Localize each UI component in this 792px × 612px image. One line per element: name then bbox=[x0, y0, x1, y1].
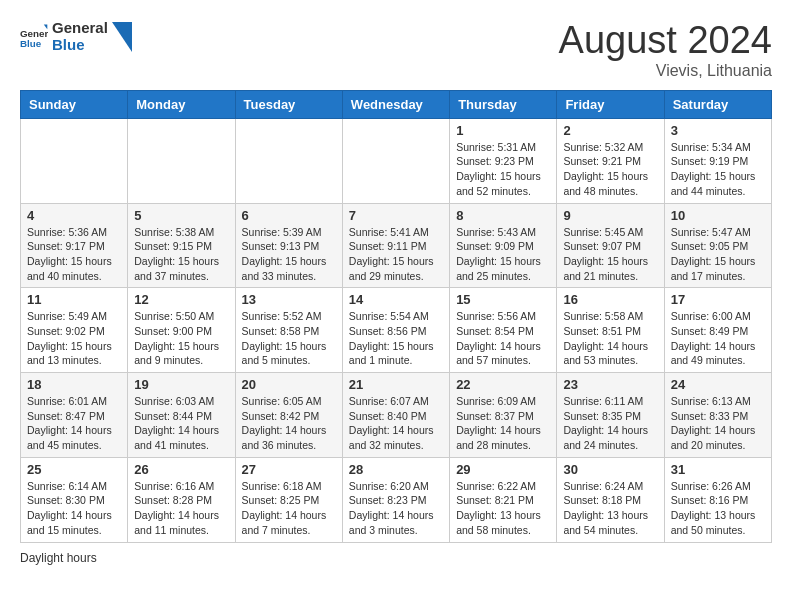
day-info: Sunrise: 5:34 AM Sunset: 9:19 PM Dayligh… bbox=[671, 140, 765, 199]
day-number: 19 bbox=[134, 377, 228, 392]
title-block: August 2024 Vievis, Lithuania bbox=[559, 20, 772, 80]
svg-marker-3 bbox=[112, 22, 132, 52]
day-info: Sunrise: 5:31 AM Sunset: 9:23 PM Dayligh… bbox=[456, 140, 550, 199]
day-number: 15 bbox=[456, 292, 550, 307]
day-info: Sunrise: 6:18 AM Sunset: 8:25 PM Dayligh… bbox=[242, 479, 336, 538]
logo-general-text: General bbox=[52, 20, 108, 37]
day-info: Sunrise: 6:00 AM Sunset: 8:49 PM Dayligh… bbox=[671, 309, 765, 368]
day-info: Sunrise: 5:38 AM Sunset: 9:15 PM Dayligh… bbox=[134, 225, 228, 284]
calendar-cell-2-0: 11Sunrise: 5:49 AM Sunset: 9:02 PM Dayli… bbox=[21, 288, 128, 373]
day-info: Sunrise: 5:58 AM Sunset: 8:51 PM Dayligh… bbox=[563, 309, 657, 368]
day-info: Sunrise: 5:50 AM Sunset: 9:00 PM Dayligh… bbox=[134, 309, 228, 368]
day-number: 27 bbox=[242, 462, 336, 477]
calendar-cell-4-2: 27Sunrise: 6:18 AM Sunset: 8:25 PM Dayli… bbox=[235, 457, 342, 542]
day-info: Sunrise: 6:26 AM Sunset: 8:16 PM Dayligh… bbox=[671, 479, 765, 538]
day-number: 25 bbox=[27, 462, 121, 477]
location-subtitle: Vievis, Lithuania bbox=[559, 62, 772, 80]
calendar-cell-2-1: 12Sunrise: 5:50 AM Sunset: 9:00 PM Dayli… bbox=[128, 288, 235, 373]
logo-blue-text: Blue bbox=[52, 37, 108, 54]
day-number: 9 bbox=[563, 208, 657, 223]
day-number: 14 bbox=[349, 292, 443, 307]
day-info: Sunrise: 6:13 AM Sunset: 8:33 PM Dayligh… bbox=[671, 394, 765, 453]
day-info: Sunrise: 5:45 AM Sunset: 9:07 PM Dayligh… bbox=[563, 225, 657, 284]
day-number: 21 bbox=[349, 377, 443, 392]
day-info: Sunrise: 5:49 AM Sunset: 9:02 PM Dayligh… bbox=[27, 309, 121, 368]
calendar-cell-3-1: 19Sunrise: 6:03 AM Sunset: 8:44 PM Dayli… bbox=[128, 373, 235, 458]
day-number: 26 bbox=[134, 462, 228, 477]
day-info: Sunrise: 6:14 AM Sunset: 8:30 PM Dayligh… bbox=[27, 479, 121, 538]
day-number: 7 bbox=[349, 208, 443, 223]
day-number: 6 bbox=[242, 208, 336, 223]
month-year-title: August 2024 bbox=[559, 20, 772, 62]
calendar-cell-1-1: 5Sunrise: 5:38 AM Sunset: 9:15 PM Daylig… bbox=[128, 203, 235, 288]
calendar-week-2: 4Sunrise: 5:36 AM Sunset: 9:17 PM Daylig… bbox=[21, 203, 772, 288]
calendar-cell-0-4: 1Sunrise: 5:31 AM Sunset: 9:23 PM Daylig… bbox=[450, 118, 557, 203]
calendar-cell-4-6: 31Sunrise: 6:26 AM Sunset: 8:16 PM Dayli… bbox=[664, 457, 771, 542]
calendar-cell-2-6: 17Sunrise: 6:00 AM Sunset: 8:49 PM Dayli… bbox=[664, 288, 771, 373]
calendar-cell-4-4: 29Sunrise: 6:22 AM Sunset: 8:21 PM Dayli… bbox=[450, 457, 557, 542]
header-saturday: Saturday bbox=[664, 90, 771, 118]
calendar-cell-2-2: 13Sunrise: 5:52 AM Sunset: 8:58 PM Dayli… bbox=[235, 288, 342, 373]
calendar-cell-1-0: 4Sunrise: 5:36 AM Sunset: 9:17 PM Daylig… bbox=[21, 203, 128, 288]
calendar-cell-1-2: 6Sunrise: 5:39 AM Sunset: 9:13 PM Daylig… bbox=[235, 203, 342, 288]
logo: General Blue General Blue bbox=[20, 20, 132, 53]
calendar-cell-2-3: 14Sunrise: 5:54 AM Sunset: 8:56 PM Dayli… bbox=[342, 288, 449, 373]
calendar-cell-1-3: 7Sunrise: 5:41 AM Sunset: 9:11 PM Daylig… bbox=[342, 203, 449, 288]
day-number: 2 bbox=[563, 123, 657, 138]
legend: Daylight hours bbox=[20, 551, 772, 565]
day-number: 24 bbox=[671, 377, 765, 392]
calendar-week-4: 18Sunrise: 6:01 AM Sunset: 8:47 PM Dayli… bbox=[21, 373, 772, 458]
day-number: 1 bbox=[456, 123, 550, 138]
calendar-cell-4-0: 25Sunrise: 6:14 AM Sunset: 8:30 PM Dayli… bbox=[21, 457, 128, 542]
day-info: Sunrise: 6:16 AM Sunset: 8:28 PM Dayligh… bbox=[134, 479, 228, 538]
day-info: Sunrise: 5:32 AM Sunset: 9:21 PM Dayligh… bbox=[563, 140, 657, 199]
day-info: Sunrise: 5:54 AM Sunset: 8:56 PM Dayligh… bbox=[349, 309, 443, 368]
calendar-week-3: 11Sunrise: 5:49 AM Sunset: 9:02 PM Dayli… bbox=[21, 288, 772, 373]
calendar-table: Sunday Monday Tuesday Wednesday Thursday… bbox=[20, 90, 772, 543]
day-info: Sunrise: 6:11 AM Sunset: 8:35 PM Dayligh… bbox=[563, 394, 657, 453]
day-number: 3 bbox=[671, 123, 765, 138]
day-number: 13 bbox=[242, 292, 336, 307]
calendar-cell-2-4: 15Sunrise: 5:56 AM Sunset: 8:54 PM Dayli… bbox=[450, 288, 557, 373]
header-sunday: Sunday bbox=[21, 90, 128, 118]
day-info: Sunrise: 6:05 AM Sunset: 8:42 PM Dayligh… bbox=[242, 394, 336, 453]
generalblue-logo-icon: General Blue bbox=[20, 23, 48, 51]
day-number: 12 bbox=[134, 292, 228, 307]
header-thursday: Thursday bbox=[450, 90, 557, 118]
calendar-cell-0-3 bbox=[342, 118, 449, 203]
page-header: General Blue General Blue August 2024 Vi… bbox=[20, 20, 772, 80]
calendar-cell-0-1 bbox=[128, 118, 235, 203]
day-info: Sunrise: 6:20 AM Sunset: 8:23 PM Dayligh… bbox=[349, 479, 443, 538]
day-number: 4 bbox=[27, 208, 121, 223]
day-info: Sunrise: 5:43 AM Sunset: 9:09 PM Dayligh… bbox=[456, 225, 550, 284]
day-number: 5 bbox=[134, 208, 228, 223]
calendar-cell-3-2: 20Sunrise: 6:05 AM Sunset: 8:42 PM Dayli… bbox=[235, 373, 342, 458]
header-monday: Monday bbox=[128, 90, 235, 118]
day-number: 31 bbox=[671, 462, 765, 477]
day-number: 11 bbox=[27, 292, 121, 307]
calendar-week-1: 1Sunrise: 5:31 AM Sunset: 9:23 PM Daylig… bbox=[21, 118, 772, 203]
day-number: 8 bbox=[456, 208, 550, 223]
day-number: 23 bbox=[563, 377, 657, 392]
day-number: 28 bbox=[349, 462, 443, 477]
calendar-cell-3-5: 23Sunrise: 6:11 AM Sunset: 8:35 PM Dayli… bbox=[557, 373, 664, 458]
calendar-cell-0-6: 3Sunrise: 5:34 AM Sunset: 9:19 PM Daylig… bbox=[664, 118, 771, 203]
day-number: 22 bbox=[456, 377, 550, 392]
calendar-cell-2-5: 16Sunrise: 5:58 AM Sunset: 8:51 PM Dayli… bbox=[557, 288, 664, 373]
day-info: Sunrise: 6:07 AM Sunset: 8:40 PM Dayligh… bbox=[349, 394, 443, 453]
day-number: 18 bbox=[27, 377, 121, 392]
day-info: Sunrise: 6:01 AM Sunset: 8:47 PM Dayligh… bbox=[27, 394, 121, 453]
calendar-cell-4-5: 30Sunrise: 6:24 AM Sunset: 8:18 PM Dayli… bbox=[557, 457, 664, 542]
day-number: 16 bbox=[563, 292, 657, 307]
day-number: 17 bbox=[671, 292, 765, 307]
day-info: Sunrise: 5:47 AM Sunset: 9:05 PM Dayligh… bbox=[671, 225, 765, 284]
day-number: 20 bbox=[242, 377, 336, 392]
calendar-cell-4-3: 28Sunrise: 6:20 AM Sunset: 8:23 PM Dayli… bbox=[342, 457, 449, 542]
day-info: Sunrise: 6:03 AM Sunset: 8:44 PM Dayligh… bbox=[134, 394, 228, 453]
day-number: 29 bbox=[456, 462, 550, 477]
header-friday: Friday bbox=[557, 90, 664, 118]
calendar-week-5: 25Sunrise: 6:14 AM Sunset: 8:30 PM Dayli… bbox=[21, 457, 772, 542]
arrow-logo-icon bbox=[112, 22, 132, 52]
calendar-cell-3-6: 24Sunrise: 6:13 AM Sunset: 8:33 PM Dayli… bbox=[664, 373, 771, 458]
calendar-cell-3-0: 18Sunrise: 6:01 AM Sunset: 8:47 PM Dayli… bbox=[21, 373, 128, 458]
